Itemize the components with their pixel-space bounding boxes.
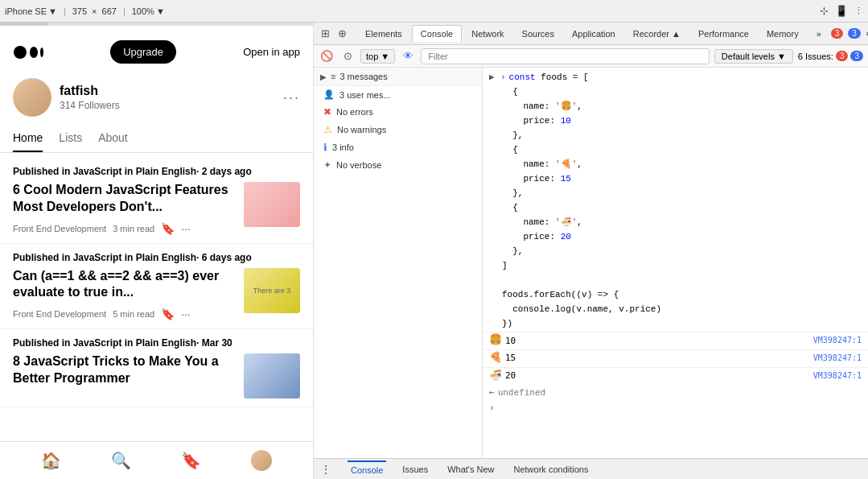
profile-followers: 314 Followers xyxy=(60,100,283,111)
tab-network[interactable]: Network xyxy=(463,26,512,42)
tab-sources[interactable]: Sources xyxy=(514,26,562,42)
undefined-output: ← undefined xyxy=(483,384,868,402)
code-line: { xyxy=(483,85,868,100)
sidebar-group-messages[interactable]: ▶ ≡ 3 messages xyxy=(314,68,482,86)
tab-memory[interactable]: Memory xyxy=(759,26,807,42)
devtools-sidebar-toggle[interactable]: ⊞ xyxy=(317,26,334,41)
bottom-tab-issues[interactable]: Issues xyxy=(399,461,431,477)
output-emoji: 🍕 xyxy=(489,350,502,367)
clear-console-icon[interactable]: 🚫 xyxy=(319,48,335,64)
nav-home-button[interactable]: 🏠 xyxy=(41,451,61,470)
article-title[interactable]: Can (a==1 && a==2 && a==3) ever evaluate… xyxy=(13,268,236,302)
console-input[interactable] xyxy=(495,402,862,416)
eye-icon[interactable]: 👁 xyxy=(400,48,416,64)
pointer-icon[interactable]: ⊹ xyxy=(820,5,829,17)
bottom-dots-icon[interactable]: ⋮ xyxy=(320,463,331,476)
tab-elements[interactable]: Elements xyxy=(357,26,410,42)
filter-icon[interactable]: ⊙ xyxy=(339,48,356,64)
bottom-tab-console[interactable]: Console xyxy=(348,460,386,478)
article-item: Published in JavaScript in Plain English… xyxy=(0,158,313,244)
output-ref[interactable]: VM398247:1 xyxy=(813,352,862,365)
top-toolbar: iPhone SE ▼ | 375 × 667 | 100% ▼ ⊹ 📱 ⋮ xyxy=(0,0,868,23)
tab-more[interactable]: » xyxy=(808,26,829,42)
issues-error-badge: 3 xyxy=(836,51,849,61)
code-line: ] xyxy=(483,259,868,274)
open-in-app-link[interactable]: Open in app xyxy=(243,46,300,58)
output-ref[interactable]: VM398247:1 xyxy=(813,370,862,382)
bookmark-icon[interactable]: 🔖 xyxy=(161,222,175,235)
tab-console[interactable]: Console xyxy=(412,25,462,42)
code-line: price: 15 xyxy=(483,172,868,187)
svg-point-2 xyxy=(40,47,43,57)
tab-about[interactable]: About xyxy=(98,125,128,152)
sidebar-item-info[interactable]: ℹ 3 info xyxy=(314,138,482,156)
medium-header: Upgrade Open in app xyxy=(0,29,313,70)
devtools-inspect-toggle[interactable]: ⊕ xyxy=(334,26,351,41)
dots-menu[interactable]: ⋮ xyxy=(854,6,863,16)
avatar xyxy=(13,78,51,117)
sidebar-item-user-messages[interactable]: 👤 3 user mes... xyxy=(314,86,482,103)
output-value: 10 xyxy=(505,334,516,349)
device-icon[interactable]: 📱 xyxy=(835,5,848,17)
width-input[interactable]: 375 xyxy=(72,6,87,16)
article-published: Published in JavaScript in Plain English… xyxy=(13,337,300,349)
article-more-button[interactable]: ··· xyxy=(181,222,191,235)
svg-point-1 xyxy=(30,47,38,58)
code-line: name: '🍕', xyxy=(483,158,868,172)
sidebar-item-no-verbose[interactable]: ✦ No verbose xyxy=(314,156,482,174)
devtools-panel: ⊞ ⊕ Elements Console Network Sources App… xyxy=(314,23,868,479)
sidebar-item-no-errors[interactable]: ✖ No errors xyxy=(314,103,482,121)
code-line: console.log(v.name, v.price) xyxy=(483,303,868,317)
default-levels-dropdown[interactable]: Default levels ▼ xyxy=(714,49,793,64)
sidebar-item-no-warnings[interactable]: ⚠ No warnings xyxy=(314,121,482,138)
devtools-bottom-bar: ⋮ Console Issues What's New Network cond… xyxy=(314,458,868,479)
code-line: { xyxy=(483,201,868,216)
output-line-3: 🍜 20 VM398247:1 xyxy=(483,367,868,385)
issues-warn-badge: 3 xyxy=(850,51,863,61)
top-selector[interactable]: top ▼ xyxy=(360,49,395,64)
output-value: 15 xyxy=(505,351,516,365)
tab-home[interactable]: Home xyxy=(13,125,43,152)
upgrade-button[interactable]: Upgrade xyxy=(110,40,176,64)
error-badge: 3 xyxy=(831,28,844,39)
tab-application[interactable]: Application xyxy=(564,26,623,42)
height-input[interactable]: 667 xyxy=(102,6,117,16)
profile-more-button[interactable]: ··· xyxy=(283,89,300,106)
nav-search-button[interactable]: 🔍 xyxy=(111,451,131,470)
tab-lists[interactable]: Lists xyxy=(59,125,82,152)
messages-list-icon: ≡ xyxy=(331,72,335,81)
article-title[interactable]: 8 JavaScript Tricks to Make You a Better… xyxy=(13,353,236,387)
bottom-tab-whats-new[interactable]: What's New xyxy=(444,461,497,477)
code-line: foods.forEach((v) => { xyxy=(483,288,868,303)
code-line: { xyxy=(483,143,868,158)
article-thumbnail: There are 3 xyxy=(244,268,300,313)
output-line-2: 🍕 15 VM398247:1 xyxy=(483,349,868,367)
expand-arrow[interactable]: ▶ xyxy=(489,71,497,85)
article-tag: Front End Development xyxy=(13,309,106,319)
device-selector[interactable]: iPhone SE ▼ xyxy=(5,6,57,16)
code-line xyxy=(483,274,868,288)
bookmark-icon[interactable]: 🔖 xyxy=(161,308,175,320)
sidebar-messages-label: 3 messages xyxy=(339,72,387,81)
user-icon: 👤 xyxy=(323,89,335,100)
code-line: }, xyxy=(483,129,868,143)
profile-name: fatfish xyxy=(60,84,283,98)
article-more-button[interactable]: ··· xyxy=(181,308,191,320)
expand-icon: ▶ xyxy=(320,72,327,81)
nav-bookmark-button[interactable]: 🔖 xyxy=(181,451,201,470)
devtools-toolbar: 🚫 ⊙ top ▼ 👁 Default levels ▼ 6 Issues: 3… xyxy=(314,45,868,68)
output-emoji: 🍜 xyxy=(489,368,502,385)
bottom-tab-network-conditions[interactable]: Network conditions xyxy=(511,461,592,477)
tab-performance[interactable]: Performance xyxy=(690,26,757,42)
article-title[interactable]: 6 Cool Modern JavaScript Features Most D… xyxy=(13,182,236,216)
filter-input[interactable] xyxy=(421,48,710,64)
nav-profile-button[interactable] xyxy=(251,450,272,471)
tab-recorder[interactable]: Recorder ▲ xyxy=(625,26,689,42)
article-read-time: 5 min read xyxy=(113,309,154,319)
output-ref[interactable]: VM398247:1 xyxy=(813,334,862,347)
zoom-selector[interactable]: 100% ▼ xyxy=(132,6,165,16)
bottom-nav: 🏠 🔍 🔖 xyxy=(0,441,313,479)
code-line: name: '🍜', xyxy=(483,216,868,230)
output-line-1: 🍔 10 VM398247:1 xyxy=(483,332,868,349)
console-code-area: ▶ › const foods = [ { name: '🍔', price: … xyxy=(483,68,868,458)
